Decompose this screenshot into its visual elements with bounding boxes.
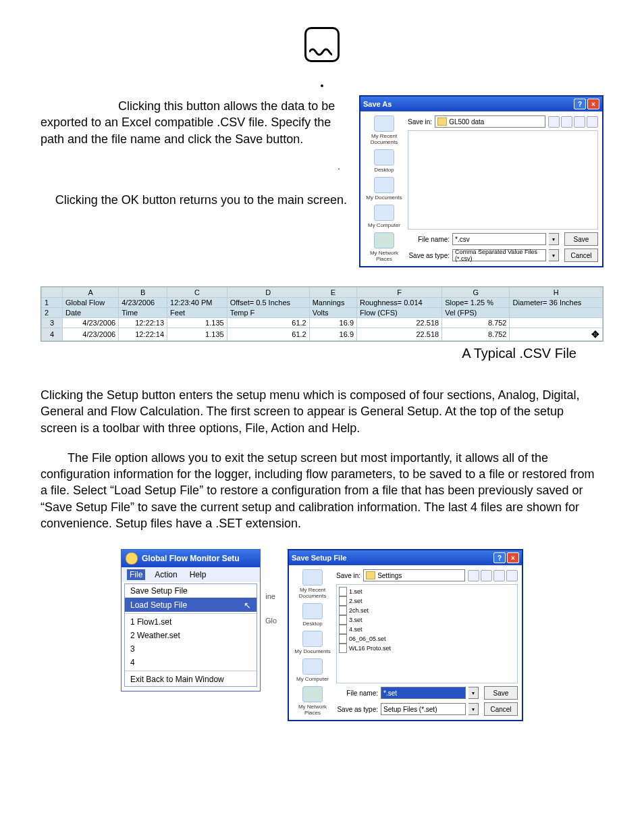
col-D[interactable]: D <box>227 288 309 298</box>
file-icon <box>339 587 347 596</box>
save-as-title: Save As <box>363 100 392 108</box>
col-F[interactable]: F <box>357 288 442 298</box>
close-icon[interactable]: × <box>507 552 519 563</box>
help-icon[interactable]: ? <box>574 99 586 109</box>
save-in-value-2: Settings <box>377 572 402 579</box>
mouse-cursor-icon: ↖ <box>244 600 251 610</box>
folder-icon <box>366 571 375 579</box>
place-mycomp[interactable]: My Computer <box>368 205 400 228</box>
col-E[interactable]: E <box>309 288 356 298</box>
csv-row-3: 3 4/23/2006 12:22:13 1.135 61.2 16.9 22.… <box>42 318 603 328</box>
place-mydocs[interactable]: My Documents <box>294 631 330 654</box>
file-icon <box>339 606 347 615</box>
file-name-dropdown-icon[interactable]: ▾ <box>468 687 479 699</box>
file-list-2[interactable]: 1.set 2.set 2ch.set 3.set 4.set 06_06_05… <box>336 584 518 683</box>
menu-save-setup[interactable]: Save Setup File <box>125 584 257 598</box>
file-name-field-2[interactable]: *.set <box>381 687 466 699</box>
save-as-type-dropdown-icon[interactable]: ▾ <box>468 703 479 715</box>
file-name-field[interactable]: *.csv <box>452 233 546 245</box>
save-as-type-field-2[interactable]: Setup Files (*.set) <box>381 703 466 715</box>
newfolder-icon[interactable] <box>493 570 505 581</box>
place-desktop[interactable]: Desktop <box>302 603 323 627</box>
setup-menu-window: Global Flow Monitor Setu File Action Hel… <box>121 549 261 692</box>
place-network[interactable]: My Network Places <box>293 686 332 716</box>
list-item[interactable]: 2.set <box>339 596 515 606</box>
cancel-button-2[interactable]: Cancel <box>484 702 518 716</box>
list-item[interactable]: 3.set <box>339 615 515 625</box>
col-H[interactable]: H <box>510 288 603 298</box>
file-name-label-2: File name: <box>336 689 378 697</box>
save-in-combo[interactable]: GL500 data <box>435 115 545 128</box>
menu-help[interactable]: Help <box>187 569 209 580</box>
save-as-titlebar[interactable]: Save As ? × <box>360 97 602 111</box>
csv-preview: A B C D E F G H 1 Global Flow 4/23/2006 … <box>41 286 603 342</box>
para-file-option: The File option allows you to exit the s… <box>41 450 603 531</box>
list-item[interactable]: WL16 Proto.set <box>339 644 515 653</box>
back-icon[interactable] <box>468 570 479 581</box>
menu-recent-1[interactable]: 1 Flow1.set <box>125 615 257 629</box>
setup-menu-titlebar[interactable]: Global Flow Monitor Setu <box>122 550 260 567</box>
cancel-button[interactable]: Cancel <box>564 249 598 262</box>
para-setup: Clicking the Setup button enters the set… <box>41 387 603 436</box>
place-recent[interactable]: My Recent Documents <box>365 115 404 145</box>
views-icon[interactable] <box>506 570 518 581</box>
edge-label-1: ine <box>265 592 275 600</box>
save-button-2[interactable]: Save <box>484 686 518 700</box>
save-in-label-2: Save in: <box>336 572 360 579</box>
close-icon[interactable]: × <box>587 99 599 109</box>
setup-menubar: File Action Help <box>122 567 260 582</box>
up-icon[interactable] <box>561 116 572 128</box>
menu-load-setup[interactable]: Load Setup File ↖ <box>125 598 257 612</box>
col-C[interactable]: C <box>167 288 227 298</box>
file-name-dropdown-icon[interactable]: ▾ <box>549 233 559 245</box>
menu-recent-4[interactable]: 4 <box>125 656 257 669</box>
brand-logo <box>304 27 340 62</box>
place-desktop[interactable]: Desktop <box>374 149 394 173</box>
place-network[interactable]: My Network Places <box>365 232 404 262</box>
bullet-line-1: • <box>41 80 603 91</box>
toolbar-nav-icons-2 <box>468 570 518 581</box>
save-setup-titlebar[interactable]: Save Setup File ? × <box>289 550 522 565</box>
save-in-label: Save in: <box>408 118 432 126</box>
menu-file[interactable]: File <box>127 569 145 580</box>
save-as-type-dropdown-icon[interactable]: ▾ <box>549 249 559 261</box>
list-item[interactable]: 1.set <box>339 587 515 596</box>
list-item[interactable]: 06_06_05.set <box>339 634 515 644</box>
logo-wrap <box>41 27 603 66</box>
csv-row-4: 4 4/23/2006 12:22:14 1.135 61.2 16.9 22.… <box>42 328 603 341</box>
col-A[interactable]: A <box>63 288 119 298</box>
place-mycomp[interactable]: My Computer <box>296 658 329 682</box>
views-icon[interactable] <box>587 116 598 128</box>
folder-icon <box>437 118 447 126</box>
file-name-label: File name: <box>408 236 450 243</box>
places-bar: My Recent Documents Desktop My Documents… <box>365 115 404 262</box>
place-recent[interactable]: My Recent Documents <box>293 569 332 599</box>
app-icon <box>126 552 138 565</box>
back-icon[interactable] <box>548 116 560 128</box>
place-mydocs[interactable]: My Documents <box>366 177 402 201</box>
menu-action[interactable]: Action <box>152 569 180 580</box>
help-icon[interactable]: ? <box>493 552 506 563</box>
list-item[interactable]: 4.set <box>339 625 515 634</box>
file-list[interactable] <box>408 130 598 230</box>
places-bar-2: My Recent Documents Desktop My Documents… <box>293 569 332 716</box>
col-G[interactable]: G <box>442 288 510 298</box>
menu-recent-3[interactable]: 3 <box>125 642 257 656</box>
save-button[interactable]: Save <box>564 232 598 246</box>
csv-row-2: 2 Date Time Feet Temp F Volts Flow (CFS)… <box>42 308 603 318</box>
save-as-type-label-2: Save as type: <box>336 706 378 713</box>
csv-col-head: A B C D E F G H <box>42 288 603 298</box>
menu-recent-2[interactable]: 2 Weather.set <box>125 629 257 642</box>
cursor-plus-icon: ✥ <box>591 329 599 340</box>
file-icon <box>339 625 347 634</box>
save-in-combo-2[interactable]: Settings <box>363 569 465 581</box>
file-dropdown: Save Setup File Load Setup File ↖ 1 Flow… <box>124 583 257 687</box>
col-B[interactable]: B <box>119 288 167 298</box>
up-icon[interactable] <box>481 570 492 581</box>
menu-exit[interactable]: Exit Back to Main Window <box>125 673 257 686</box>
para-export: Clicking this button allows the data to … <box>41 98 347 147</box>
para-export-lead: Clicking this button <box>118 99 220 113</box>
list-item[interactable]: 2ch.set <box>339 606 515 615</box>
save-as-type-field[interactable]: Comma Separated Value Files (*.csv) <box>452 249 546 261</box>
newfolder-icon[interactable] <box>574 116 585 128</box>
